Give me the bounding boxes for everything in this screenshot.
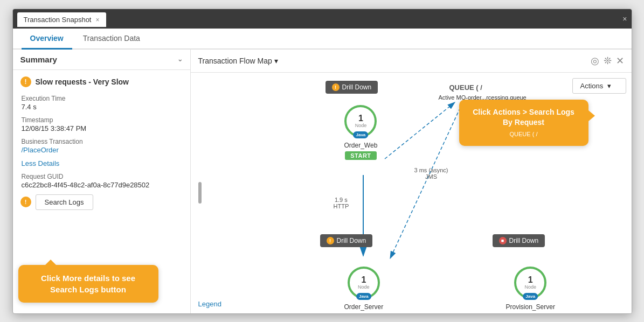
queue-label: QUEUE ( / xyxy=(449,83,482,92)
nav-tabs: Overview Transaction Data xyxy=(13,29,632,50)
drill-orange-icon-2: ! xyxy=(327,237,334,244)
request-guid-row: Request GUID c6c22bc8-4f45-48c2-af0a-8c7… xyxy=(20,173,183,189)
order-server-node: 1 Node Java Order_Server xyxy=(344,267,384,311)
provision-server-name: Provision_Server xyxy=(506,303,555,311)
title-tab[interactable]: Transaction Snapshot × xyxy=(17,12,106,27)
warn-icon: ! xyxy=(20,197,31,207)
drill-orange-icon-1: ! xyxy=(332,83,340,91)
main-window: Transaction Snapshot × × Overview Transa… xyxy=(12,9,632,314)
actions-label: Actions xyxy=(580,82,604,90)
flow-dropdown-icon: ▾ xyxy=(274,57,278,65)
drill-down-2-container: ! Drill Down xyxy=(320,234,373,247)
left-panel: Summary ⌄ ! Slow requests - Very Slow Ex… xyxy=(13,50,191,313)
actions-container: Actions ▾ xyxy=(572,78,626,94)
actions-dropdown-button[interactable]: Actions ▾ xyxy=(572,78,626,94)
content-area: Summary ⌄ ! Slow requests - Very Slow Ex… xyxy=(13,50,632,313)
left-content: ! Slow requests - Very Slow Execution Ti… xyxy=(13,70,190,313)
provision-server-java-badge: Java xyxy=(523,293,538,300)
provision-server-node-label: Node xyxy=(524,284,536,290)
alert-row: ! Slow requests - Very Slow xyxy=(20,76,183,87)
drill-down-button-1[interactable]: ! Drill Down xyxy=(326,81,378,94)
order-server-number: 1 xyxy=(361,276,366,284)
order-server-circle[interactable]: 1 Node Java xyxy=(348,267,380,299)
execution-time-label: Execution Time xyxy=(22,95,183,102)
scroll-indicator[interactable] xyxy=(198,182,202,204)
window-title: Transaction Snapshot xyxy=(24,16,92,24)
less-details-link[interactable]: Less Details xyxy=(20,159,183,167)
drill-down-3-container: ■ Drill Down xyxy=(493,234,545,247)
request-guid-value: c6c22bc8-4f45-48c2-af0a-8c77d9e28502 xyxy=(22,181,183,189)
drill-down-label-1: Drill Down xyxy=(342,83,372,91)
drill-down-button-2[interactable]: ! Drill Down xyxy=(320,234,373,247)
title-bar: Transaction Snapshot × × xyxy=(13,9,632,29)
request-guid-label: Request GUID xyxy=(22,173,183,180)
right-panel: Transaction Flow Map ▾ ◎ ❊ ✕ xyxy=(191,50,632,313)
bottom-tooltip-text: Click More details to see Search Logs bu… xyxy=(41,274,135,294)
close-panel-icon[interactable]: ✕ xyxy=(616,55,624,67)
svg-line-4 xyxy=(390,108,460,258)
tab-overview[interactable]: Overview xyxy=(22,29,72,50)
top-tooltip-bubble: Click Actions > Search Logs By Request Q… xyxy=(459,100,588,146)
drill-down-label-3: Drill Down xyxy=(509,237,539,244)
order-server-node-label: Node xyxy=(358,284,370,290)
actions-arrow-icon: ▾ xyxy=(607,82,611,90)
order-web-number: 1 xyxy=(358,114,363,123)
alert-title: Slow requests - Very Slow xyxy=(36,78,129,86)
legend-link[interactable]: Legend xyxy=(198,300,221,308)
summary-chevron-icon[interactable]: ⌄ xyxy=(177,55,183,63)
search-logs-button[interactable]: Search Logs xyxy=(36,194,93,210)
business-tx-row: Business Transaction /PlaceOrder xyxy=(20,138,183,154)
drill-red-icon-3: ■ xyxy=(499,237,507,244)
top-tooltip-text: Click Actions > Search Logs By Request xyxy=(473,108,574,127)
execution-time-row: Execution Time 7.4 s xyxy=(20,95,183,111)
search-logs-row: ! Search Logs xyxy=(20,194,183,210)
flow-map-title[interactable]: Transaction Flow Map ▾ xyxy=(198,57,278,65)
provision-server-number: 1 xyxy=(528,276,533,284)
top-tooltip-sub: QUEUE ( / xyxy=(470,130,578,138)
summary-title: Summary xyxy=(20,55,57,64)
flow-toolbar: Transaction Flow Map ▾ ◎ ❊ ✕ xyxy=(191,50,632,73)
tab-transaction-data[interactable]: Transaction Data xyxy=(74,29,149,50)
network-icon[interactable]: ❊ xyxy=(604,55,612,67)
alert-icon: ! xyxy=(20,76,31,87)
settings-icon[interactable]: ◎ xyxy=(591,55,599,67)
provision-server-circle[interactable]: 1 Node Java xyxy=(514,267,546,299)
order-web-java-badge: Java xyxy=(354,131,369,138)
flow-toolbar-icons: ◎ ❊ ✕ xyxy=(591,55,624,67)
order-server-name: Order_Server xyxy=(344,303,384,311)
order-web-node: 1 Node Java Order_Web START xyxy=(344,105,378,160)
timestamp-row: Timestamp 12/08/15 3:38:47 PM xyxy=(20,116,183,132)
provision-server-node: 1 Node Java Provision_Server xyxy=(506,267,555,311)
svg-line-3 xyxy=(385,102,455,159)
start-badge: START xyxy=(345,151,376,160)
business-tx-label: Business Transaction xyxy=(22,138,183,145)
business-tx-link[interactable]: /PlaceOrder xyxy=(22,146,59,154)
order-web-node-label: Node xyxy=(355,123,367,128)
order-web-name: Order_Web xyxy=(344,142,378,149)
window-close-button[interactable]: × xyxy=(622,15,627,23)
timestamp-label: Timestamp xyxy=(22,116,183,124)
edge-jms-label: 3 ms (async) JMS xyxy=(414,167,448,180)
bottom-tooltip-bubble: Click More details to see Search Logs bu… xyxy=(18,265,158,303)
tab-close-button[interactable]: × xyxy=(95,16,99,24)
timestamp-value: 12/08/15 3:38:47 PM xyxy=(22,124,183,132)
execution-time-value: 7.4 s xyxy=(22,103,183,111)
flow-canvas: ! Drill Down 1 Node Java Order_Web START xyxy=(191,73,632,313)
drill-down-1-container: ! Drill Down xyxy=(326,81,378,94)
order-web-circle[interactable]: 1 Node Java xyxy=(344,105,377,137)
summary-header: Summary ⌄ xyxy=(13,50,190,70)
drill-down-button-3[interactable]: ■ Drill Down xyxy=(493,234,545,247)
edge-http-label: 1.9 s HTTP xyxy=(334,197,349,209)
order-server-java-badge: Java xyxy=(356,293,371,300)
drill-down-label-2: Drill Down xyxy=(337,237,366,244)
